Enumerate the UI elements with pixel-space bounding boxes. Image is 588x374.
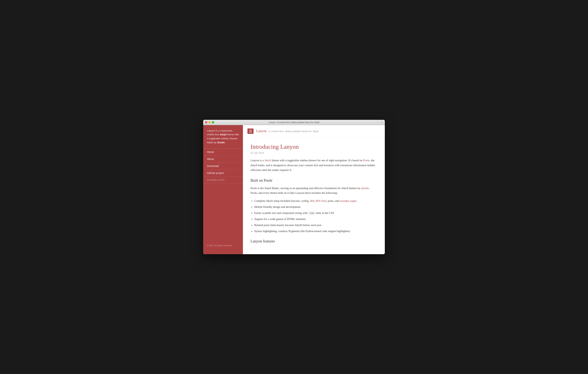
rem-code: rem	[308, 211, 315, 215]
list-item-1: Complete Jekyll setup included (layouts,…	[254, 199, 375, 203]
poole-link[interactable]: Poole	[363, 159, 369, 162]
sidebar-author-link[interactable]: @mdo	[217, 141, 225, 144]
app-window: Lanyon · A content-first, sliding sideba…	[203, 120, 385, 254]
app-body: Lanyon is a responsive, mobile first Jek…	[203, 125, 385, 254]
hamburger-icon	[249, 130, 252, 132]
list-item-2: Mobile friendly design and development	[254, 205, 375, 209]
list-item-6: Syntax highlighting, courtesy Pygments (…	[254, 229, 375, 233]
sidebar: Lanyon is a responsive, mobile first Jek…	[203, 125, 243, 254]
close-button[interactable]	[205, 121, 207, 123]
brand-name[interactable]: Lanyon	[256, 129, 267, 133]
sidebar-footer: © 2013. All rights reserved.	[203, 241, 243, 250]
sidebar-item-version: Currently v2.0.0	[203, 177, 243, 183]
window-controls	[205, 121, 214, 123]
main-content: Lanyon A content-first, sliding sidebar …	[243, 125, 385, 254]
section2-title: Lanyon features	[251, 238, 375, 244]
list-item-4: Support for a wide gamut of HTML element…	[254, 217, 375, 221]
sidebar-desc-bold: Jekyll	[220, 133, 226, 136]
hamburger-line3	[249, 132, 252, 132]
list-item-3: Easily scalable text and component sizin…	[254, 211, 375, 215]
mdo-link[interactable]: @mdo	[361, 187, 369, 190]
sidebar-desc-end: .	[225, 141, 226, 144]
titlebar: Lanyon · A content-first, sliding sideba…	[203, 120, 385, 125]
minimize-button[interactable]	[209, 121, 211, 123]
header-brand: Lanyon A content-first, sliding sidebar …	[256, 129, 318, 133]
post-title: Introducing Lanyon	[251, 143, 375, 150]
features-list: Complete Jekyll setup included (layouts,…	[254, 199, 375, 234]
content-area: Introducing Lanyon 02 Jan 2014 Lanyon is…	[243, 138, 383, 254]
post-date: 02 Jan 2014	[251, 151, 375, 154]
post-intro: Lanyon is a Jekyll theme with a toggleab…	[251, 158, 375, 173]
sidebar-item-download[interactable]: Download	[203, 163, 243, 170]
fullscreen-icon[interactable]: ⤢	[381, 121, 383, 124]
section1-text1: Poole is the Jekyll Butler, serving as a…	[251, 187, 361, 190]
menu-toggle-button[interactable]	[247, 128, 253, 134]
window-title: Lanyon · A content-first, sliding sideba…	[269, 121, 319, 123]
sidebar-item-home[interactable]: Home	[203, 149, 243, 156]
list-item-5: Related posts (time-based, because Jekyl…	[254, 223, 375, 227]
hamburger-line1	[249, 130, 252, 130]
hamburger-line2	[249, 131, 252, 131]
maximize-button[interactable]	[212, 121, 214, 123]
intro-text1: Lanyon is a	[251, 159, 264, 162]
sidebar-item-github[interactable]: GitHub project	[203, 170, 243, 177]
link-rss[interactable]: RSS feed	[315, 199, 326, 202]
sidebar-item-about[interactable]: About	[203, 156, 243, 163]
section1-title: Built on Poole	[251, 177, 375, 184]
link-example[interactable]: example page	[340, 199, 356, 202]
section1-para: Poole is the Jekyll Butler, serving as a…	[251, 186, 375, 195]
header-bar: Lanyon A content-first, sliding sidebar …	[243, 125, 385, 138]
intro-text2: theme with a toggleable sidebar drawer f…	[271, 159, 363, 162]
sidebar-nav: Home About Download GitHub project Curre…	[203, 148, 243, 183]
sidebar-description: Lanyon is a responsive, mobile first Jek…	[203, 129, 243, 148]
link-404[interactable]: 404	[310, 199, 314, 202]
brand-tagline: A content-first, sliding sidebar theme f…	[268, 130, 318, 133]
post-body: Lanyon is a Jekyll theme with a toggleab…	[251, 158, 375, 244]
jekyll-link[interactable]: Jekyll	[264, 159, 271, 162]
